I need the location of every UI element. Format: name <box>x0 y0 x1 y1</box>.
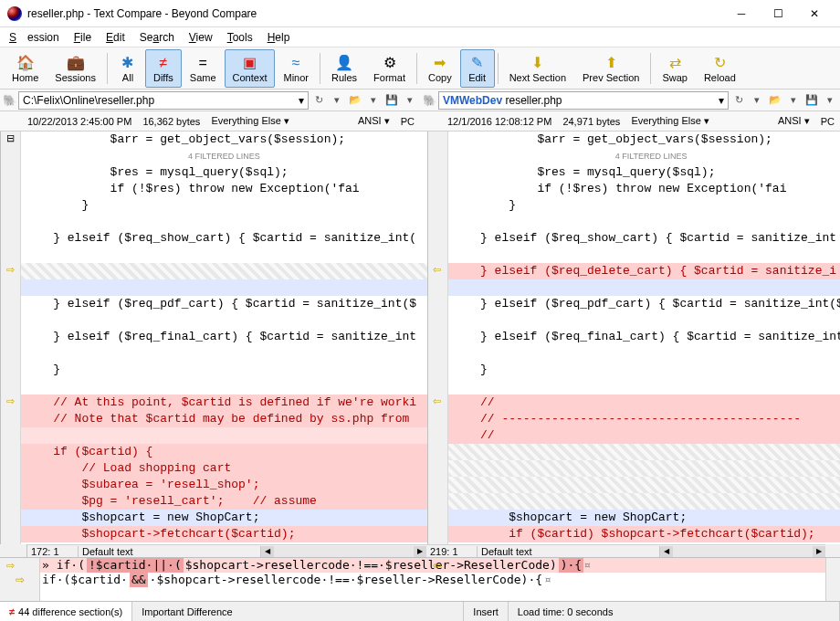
chevron-down-icon[interactable]: ▾ <box>719 94 724 107</box>
chevron-down-icon[interactable]: ▾ <box>299 94 304 107</box>
briefcase-icon: 💼 <box>67 54 85 72</box>
edit-button[interactable]: ✎Edit <box>460 49 495 88</box>
status-diffcount: ≠44 difference section(s) <box>0 602 132 621</box>
open-folder-icon[interactable]: 📂 <box>767 92 783 109</box>
arrow-down-icon: ⬇ <box>531 54 543 72</box>
left-path-input[interactable]: C:\Felix\Online\reseller.php▾ <box>18 91 309 110</box>
dropdown-icon[interactable]: ▾ <box>365 92 382 109</box>
app-icon <box>7 6 22 21</box>
left-hscrollbar[interactable] <box>274 546 414 557</box>
menu-search[interactable]: Search <box>134 29 180 46</box>
equal-icon: = <box>199 54 207 72</box>
judge-icon: 👤 <box>335 54 353 72</box>
reload-left-icon[interactable]: ↻ <box>310 92 327 109</box>
scroll-right-button[interactable]: ▶ <box>813 546 825 557</box>
next-section-button[interactable]: ⬇Next Section <box>501 49 574 88</box>
save-icon[interactable]: 💾 <box>383 92 400 109</box>
rules-button[interactable]: 👤Rules <box>323 49 365 88</box>
titlebar: reseller.php - Text Compare - Beyond Com… <box>0 0 840 27</box>
all-button[interactable]: ✱All <box>110 49 145 88</box>
home-icon: 🏠 <box>16 54 35 72</box>
left-path-panel: 🐘 C:\Felix\Online\reseller.php▾ ↻ ▾ 📂 ▾ … <box>0 89 420 111</box>
left-code[interactable]: $arr = get_object_vars($session);4 FILTE… <box>21 132 427 544</box>
left-filter-dropdown[interactable]: Everything Else ▾ <box>211 115 289 127</box>
menu-help[interactable]: Help <box>262 29 296 46</box>
php-file-icon: 🐘 <box>422 93 436 108</box>
context-button[interactable]: ▣Context <box>225 49 276 88</box>
reload-button[interactable]: ↻Reload <box>696 49 744 88</box>
menu-tools[interactable]: Tools <box>222 29 258 46</box>
maximize-button[interactable]: ☐ <box>760 1 796 26</box>
left-file-type: Default text <box>79 546 261 557</box>
left-gutter: ⊟ ⇨ ⇨ ⇨ <box>1 132 21 544</box>
diffs-button[interactable]: ≠Diffs <box>145 49 182 88</box>
scroll-left-button[interactable]: ◀ <box>660 546 673 557</box>
arrow-right-icon: ➡ <box>434 54 446 72</box>
reload-icon: ↻ <box>714 54 726 72</box>
left-encoding-dropdown[interactable]: ANSI ▾ <box>358 115 390 127</box>
right-hscrollbar[interactable] <box>673 546 813 557</box>
notequal-icon: ≠ <box>9 606 15 617</box>
toolbar: 🏠Home 💼Sessions ✱All ≠Diffs =Same ▣Conte… <box>0 47 840 89</box>
same-button[interactable]: =Same <box>182 49 225 88</box>
menu-session[interactable]: Session <box>4 29 65 46</box>
format-button[interactable]: ⚙Format <box>365 49 414 88</box>
copy-button[interactable]: ➡Copy <box>420 49 460 88</box>
swap-icon: ⇄ <box>669 54 681 72</box>
asterisk-icon: ✱ <box>121 54 133 72</box>
right-path-input[interactable]: VMWebDev reseller.php▾ <box>438 91 729 110</box>
right-code[interactable]: $arr = get_object_vars($session);4 FILTE… <box>448 132 840 544</box>
info-row: 10/22/2013 2:45:00 PM 16,362 bytes Every… <box>0 111 840 132</box>
dropdown-icon[interactable]: ▾ <box>329 92 345 109</box>
menubar: Session File Edit Search View Tools Help <box>0 27 840 47</box>
dropdown-icon[interactable]: ▾ <box>785 92 802 109</box>
menu-view[interactable]: View <box>184 29 218 46</box>
path-row: 🐘 C:\Felix\Online\reseller.php▾ ↻ ▾ 📂 ▾ … <box>0 89 840 111</box>
dropdown-icon[interactable]: ▾ <box>822 92 838 109</box>
php-file-icon: 🐘 <box>2 93 16 108</box>
right-encoding-dropdown[interactable]: ANSI ▾ <box>778 115 810 127</box>
minimize-button[interactable]: ─ <box>723 1 760 26</box>
menu-file[interactable]: File <box>68 29 97 46</box>
bottom-vscrollbar[interactable] <box>825 558 840 601</box>
right-platform: PC <box>821 116 835 127</box>
gear-icon: ⚙ <box>383 54 396 72</box>
prev-section-button[interactable]: ⬆Prev Section <box>574 49 647 88</box>
notequal-icon: ≠ <box>160 54 168 72</box>
right-pane: ⇦ ⇦ ⇦ $arr = get_object_vars($session);4… <box>428 132 840 544</box>
left-platform: PC <box>401 116 415 127</box>
window-title: reseller.php - Text Compare - Beyond Com… <box>27 7 723 20</box>
right-gutter: ⇦ ⇦ ⇦ <box>428 132 448 544</box>
save-icon[interactable]: 💾 <box>803 92 820 109</box>
home-button[interactable]: 🏠Home <box>4 49 47 88</box>
arrow-up-icon: ⬆ <box>605 54 617 72</box>
left-date: 10/22/2013 2:45:00 PM <box>27 116 131 127</box>
pencil-icon: ✎ <box>471 54 483 72</box>
dropdown-icon[interactable]: ▾ <box>749 92 765 109</box>
right-filter-dropdown[interactable]: Everything Else ▾ <box>631 115 709 127</box>
bottom-diff-panel: ⇨ » if·(!$cartid·||·($shopcart->reseller… <box>0 557 840 601</box>
left-info: 10/22/2013 2:45:00 PM 16,362 bytes Every… <box>0 111 420 131</box>
dropdown-icon[interactable]: ▾ <box>402 92 418 109</box>
menu-edit[interactable]: Edit <box>100 29 131 46</box>
swap-button[interactable]: ⇄Swap <box>654 49 696 88</box>
right-path-panel: 🐘 VMWebDev reseller.php▾ ↻ ▾ 📂 ▾ 💾 ▾ <box>420 89 840 111</box>
left-cursor-loc: 172: 1 <box>27 546 79 557</box>
editor-area: ⊟ ⇨ ⇨ ⇨ $arr = get_object_vars($session)… <box>0 132 840 544</box>
close-button[interactable]: ✕ <box>796 1 833 26</box>
left-bytes: 16,362 bytes <box>142 116 200 127</box>
open-folder-icon[interactable]: 📂 <box>347 92 363 109</box>
right-date: 12/1/2016 12:08:12 PM <box>447 116 551 127</box>
right-cursor-loc: 219: 1 <box>426 546 478 557</box>
context-icon: ▣ <box>243 54 257 72</box>
right-file-type: Default text <box>478 546 660 557</box>
sessions-button[interactable]: 💼Sessions <box>47 49 104 88</box>
minor-button[interactable]: ≈Minor <box>275 49 317 88</box>
reload-right-icon[interactable]: ↻ <box>730 92 747 109</box>
status-importance: Important Difference <box>132 602 464 621</box>
status-insert: Insert <box>464 602 509 621</box>
scroll-left-button[interactable]: ◀ <box>261 546 274 557</box>
right-bytes: 24,971 bytes <box>562 116 620 127</box>
scroll-right-button[interactable]: ▶ <box>414 546 426 557</box>
right-info: 12/1/2016 12:08:12 PM 24,971 bytes Every… <box>420 111 840 131</box>
